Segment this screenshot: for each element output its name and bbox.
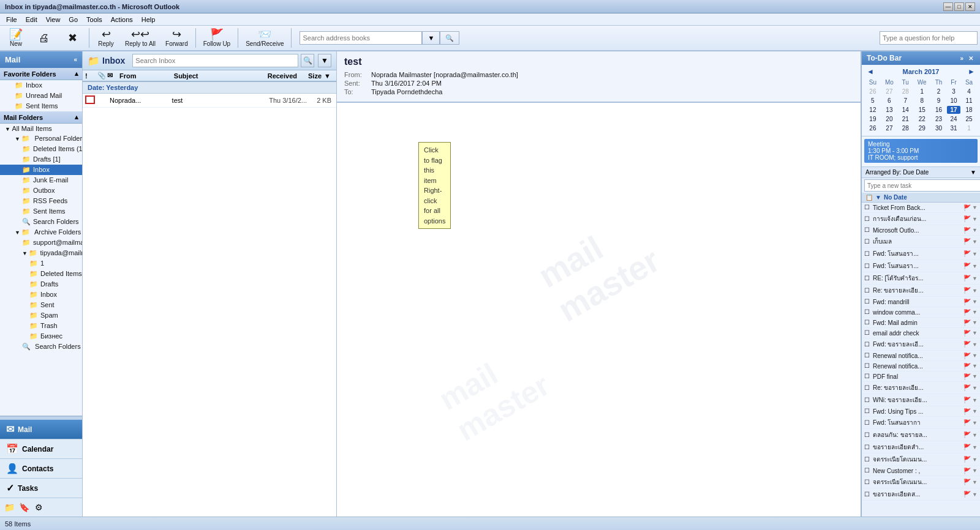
cal-day[interactable]: 1 bbox=[913, 88, 930, 95]
task-flag-17[interactable]: 🚩 bbox=[963, 384, 971, 391]
task-filter-14[interactable]: ▼ bbox=[972, 353, 978, 359]
task-item-5[interactable]: ☐ Fwd: โนสนอรา... 🚩 ▼ bbox=[862, 248, 980, 260]
task-checkbox-25[interactable]: ☐ bbox=[864, 479, 872, 486]
todo-close-btn[interactable]: ✕ bbox=[967, 54, 975, 62]
cal-day[interactable]: 30 bbox=[932, 124, 946, 132]
mail-folders-header[interactable]: Mail Folders ▴ bbox=[0, 111, 82, 124]
task-flag-25[interactable]: 🚩 bbox=[963, 479, 971, 485]
sidebar-personal-folders[interactable]: ▼ 📁 Personal Folders bbox=[0, 133, 82, 144]
cal-day[interactable]: 9 bbox=[932, 97, 946, 105]
task-flag-26[interactable]: 🚩 bbox=[963, 491, 971, 498]
task-checkbox-3[interactable]: ☐ bbox=[864, 226, 872, 234]
task-checkbox-9[interactable]: ☐ bbox=[864, 298, 872, 305]
task-flag-22[interactable]: 🚩 bbox=[963, 444, 971, 450]
send-receive-button[interactable]: 📨 Send/Receive bbox=[241, 26, 288, 50]
sidebar-tipyada-inbox[interactable]: 📁Inbox bbox=[0, 289, 82, 300]
cal-day[interactable]: 11 bbox=[962, 97, 976, 105]
email-flag-cell[interactable] bbox=[85, 95, 97, 105]
cal-day[interactable]: 6 bbox=[881, 97, 897, 105]
cal-day[interactable]: 3 bbox=[947, 88, 960, 95]
task-item-14[interactable]: ☐ Renewal notifica... 🚩 ▼ bbox=[862, 351, 980, 361]
menu-actions[interactable]: Actions bbox=[107, 15, 137, 24]
task-filter-4[interactable]: ▼ bbox=[972, 239, 978, 245]
task-checkbox-4[interactable]: ☐ bbox=[864, 238, 872, 245]
nav-mail-button[interactable]: ✉ Mail bbox=[0, 419, 82, 439]
sidebar-tipyada-1[interactable]: 📁1 bbox=[0, 258, 82, 269]
menu-help[interactable]: Help bbox=[138, 15, 159, 24]
cal-day[interactable]: 15 bbox=[913, 106, 930, 114]
task-item-11[interactable]: ☐ Fwd: Mail admin 🚩 ▼ bbox=[862, 318, 980, 328]
task-flag-20[interactable]: 🚩 bbox=[963, 419, 971, 426]
nav-tasks-button[interactable]: ✓ Tasks bbox=[0, 478, 82, 498]
task-item-3[interactable]: ☐ Microsoft Outlo... 🚩 ▼ bbox=[862, 225, 980, 236]
sidebar-tipyada-drafts[interactable]: 📁Drafts bbox=[0, 279, 82, 289]
task-flag-2[interactable]: 🚩 bbox=[963, 215, 971, 222]
task-checkbox-17[interactable]: ☐ bbox=[864, 384, 872, 392]
cal-day[interactable]: 5 bbox=[865, 97, 880, 105]
calendar-prev-btn[interactable]: ◄ bbox=[864, 67, 876, 76]
task-item-25[interactable]: ☐ จตรระเนียโดเนมน... 🚩 ▼ bbox=[862, 476, 980, 488]
cal-day[interactable]: 25 bbox=[962, 115, 976, 123]
task-flag-3[interactable]: 🚩 bbox=[963, 227, 971, 234]
flag-box[interactable] bbox=[85, 95, 95, 104]
sidebar-sent[interactable]: 📁Sent Items bbox=[0, 206, 82, 217]
sidebar-tipyada-deleted[interactable]: 📁Deleted Items bbox=[0, 269, 82, 279]
nav-calendar-button[interactable]: 📅 Calendar bbox=[0, 439, 82, 458]
task-item-8[interactable]: ☐ Re: ขอรายละเอีย... 🚩 ▼ bbox=[862, 285, 980, 297]
task-item-16[interactable]: ☐ PDF final 🚩 ▼ bbox=[862, 371, 980, 382]
task-filter-12[interactable]: ▼ bbox=[972, 330, 978, 336]
task-item-9[interactable]: ☐ Fwd: mandrill 🚩 ▼ bbox=[862, 297, 980, 307]
cal-day[interactable]: 24 bbox=[947, 115, 960, 123]
todo-expand-btn[interactable]: » bbox=[958, 54, 965, 62]
tasks-sort-icon[interactable]: ▼ bbox=[970, 169, 976, 176]
sidebar-item-inbox-fav[interactable]: 📁Inbox bbox=[0, 80, 82, 91]
task-flag-23[interactable]: 🚩 bbox=[963, 456, 971, 463]
task-item-24[interactable]: ☐ New Customer : , 🚩 ▼ bbox=[862, 466, 980, 476]
menu-file[interactable]: File bbox=[2, 15, 21, 24]
cal-day[interactable]: 26 bbox=[865, 124, 880, 132]
task-checkbox-14[interactable]: ☐ bbox=[864, 352, 872, 359]
task-flag-13[interactable]: 🚩 bbox=[963, 341, 971, 348]
nav-shortcuts-btn[interactable]: 🔖 bbox=[17, 501, 31, 514]
task-filter-22[interactable]: ▼ bbox=[972, 444, 978, 450]
task-checkbox-19[interactable]: ☐ bbox=[864, 408, 872, 415]
nav-config-btn[interactable]: ⚙ bbox=[32, 501, 45, 514]
task-item-23[interactable]: ☐ จตรระเนียโดเนมน... 🚩 ▼ bbox=[862, 453, 980, 466]
task-flag-24[interactable]: 🚩 bbox=[963, 468, 971, 474]
help-input[interactable] bbox=[880, 31, 978, 45]
task-filter-25[interactable]: ▼ bbox=[972, 479, 978, 485]
cal-day[interactable]: 1 bbox=[962, 124, 976, 132]
cal-day[interactable]: 7 bbox=[899, 97, 912, 105]
task-item-19[interactable]: ☐ Fwd: Using Tips ... 🚩 ▼ bbox=[862, 406, 980, 417]
task-checkbox-6[interactable]: ☐ bbox=[864, 263, 872, 270]
task-checkbox-16[interactable]: ☐ bbox=[864, 373, 872, 380]
sidebar-outbox[interactable]: 📁Outbox bbox=[0, 185, 82, 196]
task-checkbox-15[interactable]: ☐ bbox=[864, 362, 872, 370]
task-item-7[interactable]: ☐ RE: [โต้รับคำร้อร... 🚩 ▼ bbox=[862, 272, 980, 285]
col-size-header[interactable]: Size bbox=[300, 72, 324, 80]
task-checkbox-10[interactable]: ☐ bbox=[864, 308, 872, 316]
task-checkbox-11[interactable]: ☐ bbox=[864, 319, 872, 326]
col-sort-btn[interactable]: ▼ bbox=[324, 72, 334, 80]
search-inbox-input[interactable] bbox=[132, 54, 298, 67]
print-button[interactable]: 🖨 bbox=[31, 30, 58, 47]
cal-day[interactable]: 27 bbox=[881, 88, 897, 95]
col-from-header[interactable]: From bbox=[117, 72, 172, 80]
task-item-6[interactable]: ☐ Fwd: โนสนอรา... 🚩 ▼ bbox=[862, 260, 980, 272]
task-filter-6[interactable]: ▼ bbox=[972, 263, 978, 269]
task-flag-14[interactable]: 🚩 bbox=[963, 353, 971, 359]
sidebar-inbox[interactable]: 📁Inbox bbox=[0, 165, 82, 175]
cal-day[interactable]: 16 bbox=[932, 106, 946, 114]
menu-view[interactable]: View bbox=[42, 15, 64, 24]
cal-day[interactable]: 20 bbox=[881, 115, 897, 123]
menu-tools[interactable]: Tools bbox=[83, 15, 106, 24]
task-filter-16[interactable]: ▼ bbox=[972, 373, 978, 379]
email-row[interactable]: Noprada... test Thu 3/16/2... 2 KB bbox=[83, 94, 336, 108]
cal-day[interactable]: 27 bbox=[881, 124, 897, 132]
cal-day[interactable]: 8 bbox=[913, 97, 930, 105]
delete-button[interactable]: ✖ bbox=[59, 30, 86, 47]
cal-day[interactable]: 19 bbox=[865, 115, 880, 123]
task-checkbox-18[interactable]: ☐ bbox=[864, 397, 872, 404]
task-checkbox-21[interactable]: ☐ bbox=[864, 431, 872, 439]
task-filter-11[interactable]: ▼ bbox=[972, 319, 978, 326]
